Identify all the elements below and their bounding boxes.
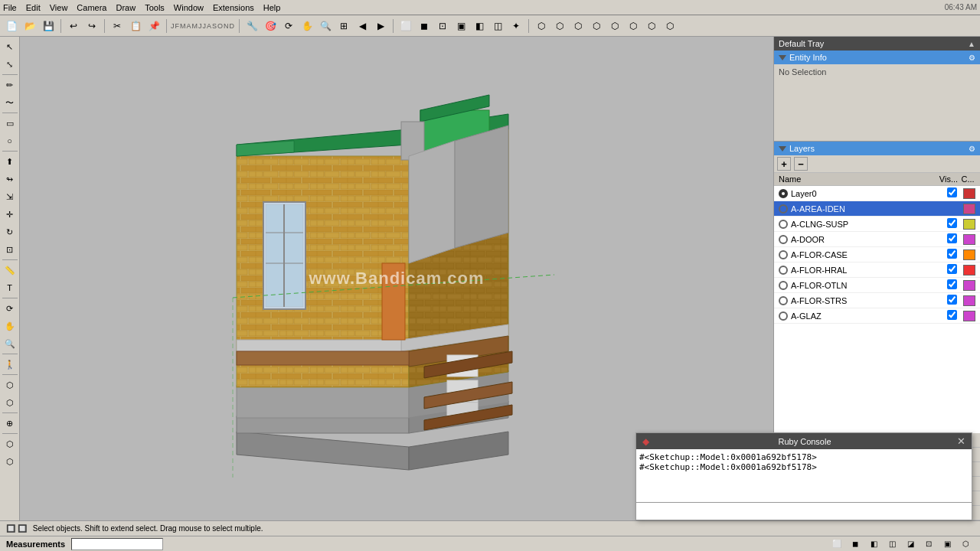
layer-radio[interactable] — [779, 296, 788, 305]
tray-collapse-btn[interactable]: ▲ — [968, 40, 975, 48]
measurements-input[interactable] — [71, 538, 163, 550]
menu-edit[interactable]: Edit — [26, 3, 41, 12]
tool-orbit[interactable]: ⟳ — [2, 300, 18, 317]
tool-extra-1[interactable]: ⬡ — [2, 377, 18, 393]
layer-vis-checkbox[interactable] — [947, 218, 957, 228]
layer-radio[interactable] — [779, 235, 788, 244]
tool-circle[interactable]: ○ — [2, 132, 18, 149]
layers-header[interactable]: Layers ⚙ — [774, 142, 980, 155]
tool-select[interactable]: ↖ — [2, 38, 18, 55]
layer-color-swatch[interactable] — [963, 265, 975, 276]
layer-vis-checkbox[interactable] — [947, 233, 957, 243]
layer-radio[interactable] — [779, 311, 788, 321]
menu-help[interactable]: Help — [263, 3, 281, 12]
toolbar-style-1[interactable]: ⬜ — [397, 18, 414, 34]
layer-color-swatch[interactable] — [963, 311, 975, 321]
tool-scale[interactable]: ⇲ — [2, 188, 18, 205]
view-bottom[interactable]: ▣ — [939, 537, 956, 551]
menu-extensions[interactable]: Extensions — [213, 3, 254, 12]
layer-color-swatch[interactable] — [963, 249, 975, 260]
tool-arc[interactable]: 〜 — [2, 94, 18, 111]
layer-visibility[interactable] — [940, 187, 963, 199]
layer-color-swatch[interactable] — [963, 234, 975, 245]
toolbar-extra-3[interactable]: ⬡ — [570, 18, 586, 34]
toolbar-copy[interactable]: 📋 — [127, 18, 144, 34]
layer-visibility[interactable] — [940, 249, 963, 260]
layer-vis-checkbox[interactable] — [947, 187, 957, 197]
toolbar-style-4[interactable]: ▣ — [452, 18, 469, 34]
layer-vis-checkbox[interactable] — [947, 264, 957, 274]
layer-radio[interactable] — [779, 250, 788, 259]
layer-vis-checkbox[interactable] — [947, 310, 957, 320]
layer-color-swatch[interactable] — [963, 188, 975, 199]
toolbar-save[interactable]: 💾 — [40, 18, 57, 34]
layer-vis-checkbox[interactable] — [947, 295, 957, 305]
layer-color-swatch[interactable] — [963, 204, 975, 214]
tool-tape[interactable]: 📏 — [2, 262, 18, 279]
entity-info-options[interactable]: ⚙ — [969, 54, 975, 62]
layer-row[interactable]: A-FLOR-CASE — [774, 247, 980, 262]
layer-row[interactable]: A-FLOR-STRS — [774, 293, 980, 308]
layer-radio[interactable] — [779, 220, 788, 229]
toolbar-orbit[interactable]: ⟳ — [280, 18, 297, 34]
toolbar-new[interactable]: 📄 — [3, 18, 20, 34]
toolbar-style-6[interactable]: ◫ — [489, 18, 506, 34]
tool-walkthrough[interactable]: 🚶 — [2, 356, 18, 373]
toolbar-open[interactable]: 📂 — [21, 18, 38, 34]
layer-radio[interactable] — [779, 266, 788, 275]
toolbar-undo[interactable]: ↩ — [65, 18, 82, 34]
menu-file[interactable]: File — [3, 3, 17, 12]
layer-visibility[interactable] — [940, 218, 963, 230]
layer-visibility[interactable] — [940, 295, 963, 306]
tool-pan[interactable]: ✋ — [2, 318, 18, 334]
layer-row[interactable]: Layer0 — [774, 186, 980, 201]
layer-radio[interactable] — [779, 189, 788, 198]
layer-row[interactable]: A-AREA-IDEN — [774, 201, 980, 217]
layer-color-swatch[interactable] — [963, 295, 975, 306]
toolbar-xray[interactable]: ✦ — [508, 18, 524, 34]
view-right[interactable]: ◪ — [902, 537, 919, 551]
tool-rect[interactable]: ▭ — [2, 115, 18, 132]
toolbar-prev[interactable]: ◀ — [354, 18, 371, 34]
layers-add-btn[interactable]: + — [777, 157, 791, 171]
tool-text[interactable]: T — [2, 279, 18, 296]
tool-zoom[interactable]: 🔍 — [2, 335, 18, 352]
toolbar-extra-5[interactable]: ⬡ — [606, 18, 623, 34]
menu-camera[interactable]: Camera — [77, 3, 106, 12]
layer-radio[interactable] — [779, 204, 788, 214]
tool-move[interactable]: ✛ — [2, 206, 18, 223]
menu-tools[interactable]: Tools — [145, 3, 165, 12]
layer-row[interactable]: A-FLOR-HRAL — [774, 262, 980, 278]
tool-rotate[interactable]: ↻ — [2, 223, 18, 240]
view-iso[interactable]: ⬡ — [957, 537, 974, 551]
layer-vis-checkbox[interactable] — [947, 279, 957, 289]
menu-view[interactable]: View — [50, 3, 68, 12]
view-standard[interactable]: ⬜ — [828, 537, 845, 551]
toolbar-zoom[interactable]: 🔍 — [317, 18, 334, 34]
toolbar-extra-6[interactable]: ⬡ — [625, 18, 642, 34]
tool-offset[interactable]: ⊡ — [2, 241, 18, 258]
ruby-console-input[interactable] — [636, 503, 972, 520]
menu-draw[interactable]: Draw — [116, 3, 136, 12]
toolbar-extra-1[interactable]: ⬡ — [533, 18, 550, 34]
toolbar-extra-7[interactable]: ⬡ — [643, 18, 660, 34]
toolbar-extra-4[interactable]: ⬡ — [588, 18, 605, 34]
toolbar-paste[interactable]: 📌 — [145, 18, 162, 34]
layer-color-swatch[interactable] — [963, 219, 975, 230]
toolbar-style-2[interactable]: ◼ — [416, 18, 433, 34]
layer-row[interactable]: A-GLAZ — [774, 308, 980, 324]
toolbar-camera-1[interactable]: 🔧 — [243, 18, 260, 34]
layer-visibility[interactable] — [940, 233, 963, 245]
toolbar-redo[interactable]: ↪ — [83, 18, 100, 34]
layer-row[interactable]: A-DOOR — [774, 232, 980, 247]
tool-extra-3[interactable]: ⊕ — [2, 415, 18, 432]
menu-window[interactable]: Window — [174, 3, 204, 12]
entity-info-header[interactable]: Entity Info ⚙ — [774, 51, 980, 64]
tool-extra-4[interactable]: ⬡ — [2, 435, 18, 452]
view-front[interactable]: ◧ — [865, 537, 882, 551]
ruby-console-close-btn[interactable]: ✕ — [957, 435, 965, 447]
layers-options[interactable]: ⚙ — [969, 145, 975, 153]
tool-pushpull[interactable]: ⬆ — [2, 153, 18, 170]
layer-row[interactable]: A-FLOR-OTLN — [774, 278, 980, 293]
layer-visibility[interactable] — [940, 310, 963, 321]
